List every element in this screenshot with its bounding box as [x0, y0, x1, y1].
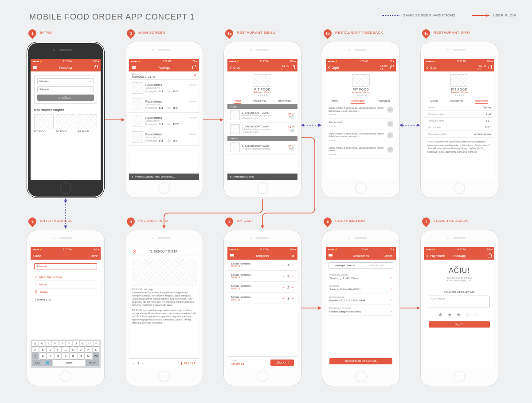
key[interactable]: H [70, 347, 77, 352]
category-header: Sultys [227, 104, 297, 109]
order-row[interactable]: Papildoma informacija Prideėti daugiau s… [329, 304, 393, 316]
back-button[interactable]: Grįžti [329, 66, 342, 69]
key[interactable]: D [47, 347, 54, 352]
key[interactable]: G [62, 347, 69, 352]
qty-stepper[interactable]: −1+ [282, 296, 294, 300]
restaurant-row[interactable]: Pavadinimas★★★★★ Japonų virtuvė Pristaty… [129, 129, 199, 146]
order-row[interactable]: Kortelės/pristat. Kortelė, LT11 2222 333… [329, 293, 393, 304]
key[interactable]: W [39, 341, 44, 346]
add-icon[interactable]: +🛒 [288, 129, 295, 132]
phone-feedback: ●●●●● ⚡11:27 AM100 ■ Grįžti 14.99 LT FIT… [322, 42, 400, 198]
address-input[interactable]: Adresas| [34, 263, 97, 269]
menu-icon[interactable] [33, 66, 37, 69]
menu-item[interactable]: 2. SALDUS KARTUMAS• Grietinė imbiluogų s… [227, 122, 297, 136]
comment-input[interactable]: Komentaras [429, 296, 490, 308]
key[interactable]: X [47, 353, 54, 359]
key[interactable]: A [32, 347, 39, 352]
star-rating[interactable]: ★ ★ ★ ☆ ☆ [429, 312, 490, 318]
key[interactable]: S [39, 347, 46, 352]
step-pin: 2 [125, 28, 136, 39]
cart-icon[interactable] [390, 66, 393, 69]
add-to-cart[interactable]: 19.99 LT [178, 362, 196, 365]
order-button[interactable]: UŽSAKYTI [270, 360, 294, 366]
key[interactable]: Z [39, 353, 46, 359]
key[interactable]: O [86, 341, 92, 346]
done-button[interactable]: Done [85, 254, 98, 257]
close-icon[interactable]: ✕ [133, 249, 136, 254]
back-button[interactable]: Grįžti [230, 66, 243, 69]
qty-stepper[interactable]: −1+ [282, 263, 294, 267]
step-label: RESTAURANT FEEDBACK [335, 31, 383, 35]
keyboard[interactable]: QWERTYUIOPASDFGHJKL⇧ZXCVBNM⌫ 123🌐spacere… [31, 340, 101, 368]
key[interactable]: I [80, 341, 86, 346]
filter-bar[interactable]: ≡Virtuvės (Japonų, Kinų, Meksikiečių,... [129, 174, 199, 180]
menu-icon[interactable] [132, 66, 136, 69]
location-option[interactable]: ➶Mano buvimo vieta [34, 273, 97, 281]
category-filter[interactable]: ≡Kategorijos (Visos) [227, 174, 297, 180]
menu-icon[interactable] [329, 254, 332, 257]
menu-icon[interactable] [230, 254, 234, 257]
key[interactable]: E [46, 341, 51, 346]
key[interactable]: N [78, 353, 84, 359]
key[interactable]: M [85, 353, 92, 359]
location-bar[interactable]: VilniusŽIRMŪNŲ G. 21-45 📍 [129, 71, 199, 80]
qty-stepper[interactable]: −1+ [133, 361, 144, 365]
phone-address: ●●●●● ⚡11:27 AM100 ■ Close Done Adresas|… [27, 230, 105, 386]
close-icon[interactable]: ✕ [291, 253, 295, 258]
home-option[interactable]: ⌂Namai [34, 281, 97, 288]
segmented-control[interactable]: pristatyti į namus atsiimsiu pats [329, 262, 393, 269]
restaurant-row[interactable]: Pavadinimas★★★★★ Japonų virtuvė Pristaty… [129, 96, 199, 113]
qty-stepper[interactable]: −2+ [282, 285, 294, 289]
key[interactable]: Y [66, 341, 72, 346]
info-row: Min. krepšelis25 LT [424, 124, 494, 131]
address-input[interactable]: Adresas [37, 86, 94, 92]
legend-variations: SAME SCREEN VARIATIONS [403, 13, 456, 17]
key[interactable]: P [94, 341, 99, 346]
rec-card[interactable]: FIT FOOD [34, 114, 54, 133]
cart-icon[interactable] [489, 66, 492, 69]
search-button[interactable]: ⌕IEŠKOTI [37, 95, 94, 101]
key[interactable]: ⌫ [93, 353, 99, 359]
cart-icon[interactable] [192, 66, 196, 69]
cart-icon[interactable] [488, 254, 492, 257]
key[interactable]: L [93, 347, 99, 352]
step-pin: 9 [27, 216, 38, 227]
cart-icon[interactable] [292, 66, 295, 69]
confirm-button[interactable]: PATVIRTINTI UŽSAKYMĄ [329, 358, 392, 364]
order-row[interactable]: Kontaktas Saulius, +370 (636) 90951✓ [329, 282, 393, 293]
address-suggestion[interactable]: Žirmūnų g. 21 [34, 296, 97, 303]
menu-item[interactable]: 1. SALDUS KARTUMAS• Grietinė imbiluogų s… [227, 141, 297, 154]
menu-item[interactable]: 1. SALDUS KARTUMAS• Grietinė imbiluogų s… [227, 109, 297, 122]
key[interactable]: F [55, 347, 61, 352]
feedback-item: Greitai pristatė. Skanūs sultai. Užsakys… [329, 130, 393, 144]
key[interactable]: Q [32, 341, 38, 346]
add-icon[interactable]: +🛒 [288, 147, 295, 150]
rec-card[interactable]: FIT FOOD [56, 114, 75, 133]
send-button[interactable]: SIŲSTI [429, 321, 490, 328]
key[interactable]: J [78, 347, 84, 352]
add-icon[interactable]: +🛒 [288, 115, 295, 119]
close-button[interactable]: Close [33, 254, 47, 257]
order-row[interactable]: Pristatymo adresas Žirmūnų g. 21-45, Vil… [329, 271, 393, 282]
cancel-button[interactable]: Cancel [380, 254, 393, 257]
restaurant-row[interactable]: Pavadinimas★★★★★ Japonų virtuvė Pristaty… [129, 80, 199, 96]
tabs[interactable]: MeniuAtsiliepimaiInformacija [227, 98, 297, 104]
dashed-line-icon [382, 15, 399, 16]
restaurant-row[interactable]: Pavadinimas★★★★★ Japonų virtuvė Pristaty… [129, 113, 199, 129]
qty-stepper[interactable]: −3+ [282, 274, 294, 278]
phone-thankyou: ●●●●● ⚡11:27 AM100 ■ Pagrindinė FoodApp … [420, 230, 498, 386]
key[interactable]: C [55, 353, 61, 359]
back-button[interactable]: Grįžti [427, 66, 440, 69]
key[interactable]: U [73, 341, 78, 346]
work-option[interactable]: 🗄Darbas [34, 288, 97, 296]
key[interactable]: V [62, 353, 69, 359]
city-select[interactable]: Miestas▾ [37, 78, 94, 84]
cart-icon[interactable] [94, 66, 98, 69]
key[interactable]: R [52, 341, 58, 346]
key[interactable]: ⇧ [32, 353, 39, 359]
key[interactable]: K [85, 347, 92, 352]
key[interactable]: T [59, 341, 65, 346]
rec-card[interactable]: FIT FOOD [78, 114, 97, 133]
key[interactable]: B [70, 353, 77, 359]
info-row: Atsiskaitymo būdaigrynais, kortele [424, 131, 494, 138]
